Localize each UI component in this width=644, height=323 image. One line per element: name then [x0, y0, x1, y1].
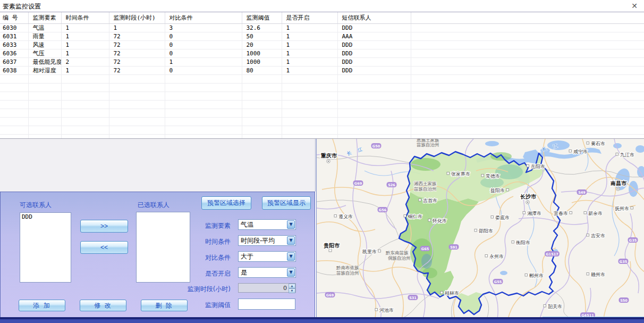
table-cell[interactable]: 0 — [165, 67, 242, 75]
table-cell[interactable]: 1 — [282, 32, 337, 41]
table-cell[interactable]: DDD — [337, 67, 411, 75]
table-row[interactable]: 6030气温11332.61DDD — [0, 24, 644, 32]
spin-down-icon[interactable]: ▼ — [289, 288, 295, 293]
compare-condition-dropdown[interactable]: 大于 ▼ — [238, 251, 296, 262]
table-cell[interactable]: 1 — [109, 24, 165, 32]
table-cell[interactable]: 1000 — [242, 58, 282, 67]
chevron-down-icon[interactable]: ▼ — [287, 236, 295, 245]
table-cell[interactable] — [411, 41, 644, 49]
table-cell[interactable]: 1 — [61, 49, 109, 58]
table-cell[interactable] — [411, 58, 644, 67]
table-cell[interactable]: 1000 — [242, 49, 282, 58]
table-cell[interactable]: 气压 — [28, 49, 61, 58]
table-cell[interactable]: 1 — [282, 24, 337, 32]
table-cell[interactable]: 6031 — [0, 32, 28, 41]
table-row[interactable]: 6036气压172010001DDD — [0, 49, 644, 58]
table-cell[interactable]: 雨量 — [28, 32, 61, 41]
table-cell[interactable]: 1 — [282, 41, 337, 49]
table-cell[interactable]: 80 — [242, 67, 282, 75]
region-label: 苗族自治州 — [414, 186, 437, 192]
move-left-button[interactable]: << — [80, 241, 128, 254]
table-cell[interactable]: 20 — [242, 41, 282, 49]
table-cell[interactable]: 1 — [282, 67, 337, 75]
map-panel[interactable]: G50G69S26G56G65S91G69S31G55G1517S49G35G3… — [316, 139, 644, 319]
table-cell[interactable]: 32.6 — [242, 24, 282, 32]
close-icon[interactable]: ✕ — [630, 1, 639, 11]
table-cell[interactable]: 1 — [61, 67, 109, 75]
add-button[interactable]: 添 加 — [19, 300, 65, 311]
available-contacts-list[interactable]: DDD — [20, 212, 71, 283]
table-cell[interactable]: 0 — [165, 49, 242, 58]
table-cell[interactable]: 0 — [165, 41, 242, 49]
table-cell[interactable]: 72 — [109, 32, 165, 41]
city-marker-icon — [329, 249, 332, 252]
table-cell[interactable]: 1 — [282, 58, 337, 67]
table-cell[interactable] — [411, 67, 644, 75]
move-right-button[interactable]: >> — [80, 220, 128, 233]
time-condition-dropdown[interactable]: 时间段-平均 ▼ — [238, 235, 296, 246]
table-cell[interactable]: 1 — [165, 58, 242, 67]
table-cell[interactable]: 6036 — [0, 49, 28, 58]
map-canvas[interactable]: G50G69S26G56G65S91G69S31G55G1517S49G35G3… — [317, 139, 644, 319]
table-cell[interactable]: 6038 — [0, 67, 28, 75]
chevron-down-icon[interactable]: ▼ — [287, 220, 295, 229]
table-cell[interactable]: DDD — [337, 58, 411, 67]
chevron-down-icon[interactable]: ▼ — [287, 268, 295, 277]
element-dropdown[interactable]: 气温 ▼ — [238, 219, 296, 230]
table-cell[interactable]: 72 — [109, 49, 165, 58]
table-cell[interactable]: DDD — [337, 24, 411, 32]
table-cell[interactable]: 1 — [282, 49, 337, 58]
column-header[interactable]: 是否开启 — [282, 12, 337, 24]
table-cell[interactable]: 72 — [109, 67, 165, 75]
list-item[interactable]: DDD — [20, 213, 71, 221]
table-cell[interactable]: 2 — [61, 58, 109, 67]
table-cell[interactable] — [411, 24, 644, 32]
column-header[interactable]: 监测要素 — [28, 12, 61, 24]
table-cell[interactable] — [411, 49, 644, 58]
column-header[interactable]: 编 号 — [0, 12, 28, 24]
table-cell[interactable]: 6037 — [0, 58, 28, 67]
road-badge-label: G55 — [494, 280, 502, 284]
city-marker-icon — [419, 199, 421, 202]
city-marker-icon — [491, 216, 494, 219]
table-cell[interactable]: 1 — [61, 41, 109, 49]
period-spinner[interactable]: 0 ▲ ▼ — [238, 283, 296, 293]
table-cell[interactable]: 72 — [109, 58, 165, 67]
column-header[interactable] — [411, 12, 644, 24]
enabled-dropdown[interactable]: 是 ▼ — [238, 267, 296, 278]
table-cell[interactable]: 72 — [109, 41, 165, 49]
chevron-down-icon[interactable]: ▼ — [287, 252, 295, 261]
table-cell[interactable]: DDD — [337, 41, 411, 49]
column-header[interactable]: 监测时段(小时) — [109, 12, 165, 24]
warning-area-select-button[interactable]: 预警区域选择 — [201, 196, 251, 210]
warning-area-display-button[interactable]: 预警区域显示 — [262, 196, 311, 210]
table-cell[interactable]: 最低能见度 — [28, 58, 61, 67]
column-header[interactable]: 短信联系人 — [337, 12, 411, 24]
table-cell[interactable]: 1 — [61, 32, 109, 41]
table-row[interactable]: 6038相对湿度1720801DDD — [0, 67, 644, 75]
table-row[interactable]: 6031雨量1720501AAA — [0, 32, 644, 41]
table-cell[interactable]: DDD — [337, 49, 411, 58]
table-cell[interactable]: 相对湿度 — [28, 67, 61, 75]
table-cell[interactable]: 气温 — [28, 24, 61, 32]
table-row[interactable]: 6037最低能见度272110001DDD — [0, 58, 644, 67]
table-cell[interactable]: 6033 — [0, 41, 28, 49]
table-row[interactable]: 6033风速1720201DDD — [0, 41, 644, 49]
table-cell[interactable]: 6030 — [0, 24, 28, 32]
table-empty-row — [0, 135, 644, 139]
table-cell[interactable]: AAA — [337, 32, 411, 41]
table-cell[interactable]: 3 — [165, 24, 242, 32]
modify-button[interactable]: 修 改 — [80, 300, 126, 311]
table-cell[interactable]: 风速 — [28, 41, 61, 49]
spin-up-icon[interactable]: ▲ — [289, 284, 295, 288]
table-cell[interactable]: 0 — [165, 32, 242, 41]
column-header[interactable]: 时间条件 — [61, 12, 109, 24]
column-header[interactable]: 对比条件 — [165, 12, 242, 24]
table-cell[interactable]: 50 — [242, 32, 282, 41]
table-cell — [165, 118, 242, 126]
column-header[interactable]: 监测阈值 — [242, 12, 282, 24]
table-cell[interactable]: 1 — [61, 24, 109, 32]
threshold-input[interactable] — [238, 299, 295, 310]
region-label: 湘西土家族 — [413, 181, 437, 186]
table-cell[interactable] — [411, 32, 644, 41]
